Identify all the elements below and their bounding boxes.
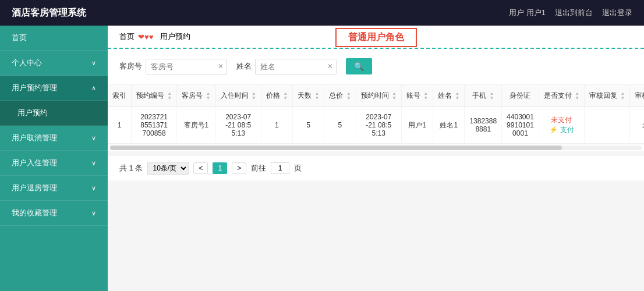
sidebar-cancel-label: 用户取消管理	[12, 133, 57, 143]
cell-phone: 13823888881	[465, 107, 502, 144]
logout-button[interactable]: 退出登录	[602, 8, 632, 18]
col-review-reply: 审核回复 ▲▼	[585, 85, 630, 107]
cell-days: 5	[293, 107, 324, 144]
cell-name: 姓名1	[433, 107, 465, 144]
cell-index: 1	[108, 107, 132, 144]
col-booking-time: 预约时间 ▲▼	[356, 85, 401, 107]
pay-link[interactable]: 支付	[544, 125, 579, 135]
scroll-thumb[interactable]	[110, 146, 562, 150]
goto-label: 前往	[251, 163, 266, 173]
name-label: 姓名	[236, 61, 252, 72]
room-search-group: 客房号 ✕	[119, 59, 227, 74]
sidebar-item-booking-sub[interactable]: 用户预约	[0, 101, 108, 126]
col-index: 索引	[108, 85, 132, 107]
header-actions: 用户 用户1 退出到前台 退出登录	[509, 8, 632, 18]
cell-price: 1	[261, 107, 292, 144]
page-label: 页	[294, 163, 302, 173]
col-checkin-time: 入住时间 ▲▼	[215, 85, 261, 107]
table-header-row: 索引 预约编号 ▲▼ 客房号 ▲▼ 入住时间 ▲▼ 价格 ▲▼ 天数 ▲▼ 总价…	[108, 85, 644, 107]
table-container: 索引 预约编号 ▲▼ 客房号 ▲▼ 入住时间 ▲▼ 价格 ▲▼ 天数 ▲▼ 总价…	[108, 85, 644, 151]
pay-status-label: 未支付	[551, 116, 572, 124]
breadcrumb-icons: ❤♥♥	[138, 33, 153, 41]
table-scroll-indicator	[108, 144, 644, 151]
cell-booking-time: 2023-07-21 08:55:13	[356, 107, 401, 144]
sidebar-item-home[interactable]: 首页	[0, 26, 108, 51]
col-pay-status: 是否支付 ▲▼	[539, 85, 584, 107]
breadcrumb-current: 用户预约	[160, 31, 190, 42]
name-search-group: 姓名 ✕	[236, 59, 337, 74]
pagination-bar: 共 1 条 10条/页 20条/页 50条/页 < 1 > 前往 页	[108, 156, 644, 180]
sidebar-checkin-label: 用户入住管理	[12, 158, 57, 168]
col-room-no: 客房号 ▲▼	[177, 85, 215, 107]
col-booking-no: 预约编号 ▲▼	[132, 85, 177, 107]
table-row: 1 20237218551371700858 客房号1 2023-07-21 0…	[108, 107, 644, 144]
sidebar-item-checkout-mgmt[interactable]: 用户退房管理 ∨	[0, 176, 108, 201]
col-total: 总价 ▲▼	[324, 85, 356, 107]
sidebar-booking-sub-label: 用户预约	[17, 108, 48, 118]
cell-review-status: 未通过	[630, 107, 644, 144]
role-badge: 普通用户角色	[335, 28, 417, 47]
app-title: 酒店客房管理系统	[12, 7, 86, 19]
search-bar: 客房号 ✕ 姓名 ✕ 🔍	[108, 49, 644, 84]
chevron-down-icon4: ∨	[91, 184, 96, 192]
breadcrumb-home[interactable]: 首页	[119, 31, 135, 42]
header: 酒店客房管理系统 用户 用户1 退出到前台 退出登录	[0, 0, 644, 26]
cell-review-reply	[585, 107, 630, 144]
col-account: 账号 ▲▼	[401, 85, 433, 107]
chevron-up-icon: ∧	[91, 84, 96, 92]
col-review-status: 审核状态 ▲▼	[630, 85, 644, 107]
col-price: 价格 ▲▼	[261, 85, 292, 107]
sidebar-booking-mgmt-label: 用户预约管理	[12, 83, 57, 93]
col-days: 天数 ▲▼	[293, 85, 324, 107]
cell-idcard: 440300199101010001	[502, 107, 539, 144]
name-input-wrap: ✕	[255, 59, 337, 74]
main-content: 首页 ❤♥♥ 用户预约 普通用户角色 客房号 ✕ 姓名 ✕ �	[108, 26, 644, 291]
sidebar-checkout-label: 用户退房管理	[12, 183, 57, 193]
cell-total: 5	[324, 107, 356, 144]
layout: 首页 个人中心 ∨ 用户预约管理 ∧ 用户预约 用户取消管理 ∨ 用户入住管理 …	[0, 26, 644, 291]
sidebar-item-favorites-mgmt[interactable]: 我的收藏管理 ∨	[0, 201, 108, 226]
cell-booking-no: 20237218551371700858	[132, 107, 177, 144]
search-button[interactable]: 🔍	[346, 58, 372, 74]
chevron-down-icon5: ∨	[91, 210, 96, 217]
chevron-down-icon: ∨	[91, 59, 96, 67]
scroll-track[interactable]	[110, 146, 642, 150]
sidebar-item-cancel-mgmt[interactable]: 用户取消管理 ∨	[0, 126, 108, 151]
name-clear-icon[interactable]: ✕	[327, 62, 333, 70]
next-page-button[interactable]: >	[232, 162, 246, 174]
sidebar: 首页 个人中心 ∨ 用户预约管理 ∧ 用户预约 用户取消管理 ∨ 用户入住管理 …	[0, 26, 108, 291]
cell-checkin-time: 2023-07-21 08:55:13	[215, 107, 261, 144]
cell-room-no: 客房号1	[177, 107, 215, 144]
back-to-frontend[interactable]: 退出到前台	[555, 8, 593, 18]
total-count: 共 1 条	[119, 163, 143, 173]
sidebar-sub-booking: 用户预约	[0, 101, 108, 126]
room-label: 客房号	[119, 61, 142, 72]
cell-pay-status: 未支付 支付	[539, 107, 584, 144]
sidebar-home-label: 首页	[12, 33, 27, 43]
sidebar-favorites-label: 我的收藏管理	[12, 208, 57, 218]
chevron-down-icon3: ∨	[91, 159, 96, 167]
user-info[interactable]: 用户 用户1	[509, 8, 546, 18]
room-clear-icon[interactable]: ✕	[218, 62, 224, 70]
col-phone: 手机 ▲▼	[465, 85, 502, 107]
room-input-wrap: ✕	[146, 59, 227, 74]
prev-page-button[interactable]: <	[193, 162, 208, 174]
chevron-down-icon2: ∨	[91, 134, 96, 142]
sidebar-item-booking-mgmt[interactable]: 用户预约管理 ∧	[0, 76, 108, 101]
sidebar-item-checkin-mgmt[interactable]: 用户入住管理 ∨	[0, 151, 108, 176]
breadcrumb-bar: 首页 ❤♥♥ 用户预约 普通用户角色	[108, 26, 644, 49]
booking-table: 索引 预约编号 ▲▼ 客房号 ▲▼ 入住时间 ▲▼ 价格 ▲▼ 天数 ▲▼ 总价…	[108, 85, 644, 144]
col-name: 姓名 ▲▼	[433, 85, 465, 107]
page-size-select[interactable]: 10条/页 20条/页 50条/页	[147, 162, 189, 175]
room-input[interactable]	[146, 59, 227, 74]
current-page-button[interactable]: 1	[213, 162, 227, 174]
col-idcard: 身份证	[502, 85, 539, 107]
goto-page-input[interactable]	[271, 162, 289, 174]
sidebar-item-personal[interactable]: 个人中心 ∨	[0, 51, 108, 76]
sidebar-personal-label: 个人中心	[12, 58, 42, 68]
name-input[interactable]	[255, 59, 337, 74]
cell-account: 用户1	[401, 107, 433, 144]
